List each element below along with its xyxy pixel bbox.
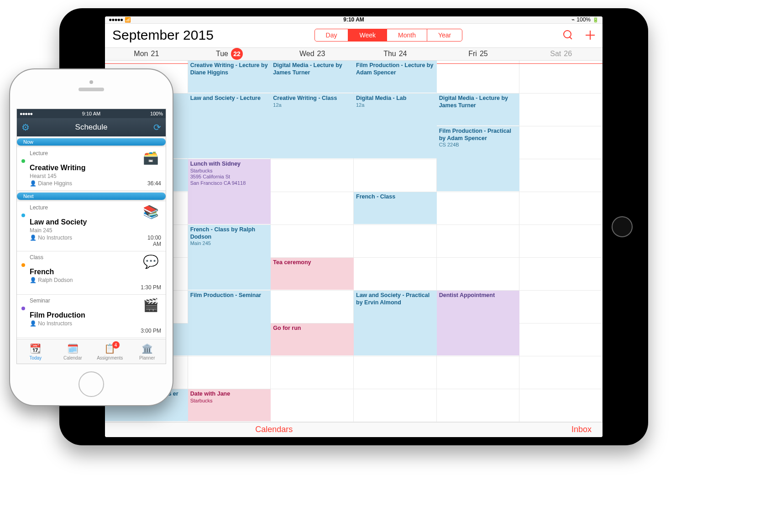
- inbox-button[interactable]: Inbox: [571, 425, 592, 434]
- week-grid[interactable]: Creative Writing - Lecture by Diane Higg…: [105, 61, 603, 422]
- calendar-event[interactable]: Creative Writing - Lecture by Diane Higg…: [188, 61, 271, 93]
- color-dot: [21, 159, 25, 163]
- ipad-status-bar: ●●●●● 9:10 AM ⌁ 100%: [105, 16, 603, 24]
- tab-planner[interactable]: 🏛️ Planner: [129, 339, 166, 364]
- item-time: 3:00 PM: [140, 328, 161, 334]
- event-subtitle: 12a: [356, 102, 435, 109]
- calendar-event[interactable]: Dentist Appointment: [437, 291, 520, 355]
- item-instructor: 👤 Ralph Dodson: [30, 277, 137, 283]
- signal-icon: ●●●●●: [20, 111, 82, 116]
- event-title: Law and Society - Lecture: [190, 95, 269, 102]
- dow-wed[interactable]: Wed 23: [271, 48, 354, 60]
- event-title: Film Production - Seminar: [190, 292, 269, 299]
- color-dot: [21, 214, 25, 217]
- event-title: Digital Media - Lecture by James Turner: [439, 95, 518, 109]
- event-title: Lunch with Sidney: [190, 161, 269, 168]
- ipad-screen: ●●●●● 9:10 AM ⌁ 100% September 2015 Day …: [105, 16, 603, 437]
- item-title: Creative Writing: [30, 164, 137, 172]
- calendar-event[interactable]: Law and Society - Lecture: [188, 94, 271, 158]
- tab-today[interactable]: 📆 Today: [17, 339, 54, 364]
- tab-calendar[interactable]: 🗓️ Calendar: [54, 339, 92, 364]
- calendar-event[interactable]: French - Class by Ralph DodsonMain 245: [188, 225, 271, 290]
- seg-week[interactable]: Week: [348, 29, 387, 41]
- item-instructor: 👤 Diane Higgins: [30, 180, 137, 187]
- schedule-item[interactable]: Seminar🎬Film Production👤 No Instructors3…: [17, 295, 166, 338]
- calendar-event[interactable]: Film Production - Practical by Adam Spen…: [437, 126, 520, 191]
- year-value: 2015: [183, 27, 214, 42]
- signal-icon: ●●●●●: [109, 16, 123, 23]
- item-title: Law and Society: [30, 218, 137, 226]
- iphone-screen: ●●●●● 9:10 AM 100% ⚙ Schedule ⟳ Now Lect…: [16, 109, 166, 364]
- event-subtitle: Main 245: [190, 240, 269, 247]
- wifi-icon: [125, 16, 131, 23]
- calendar-event[interactable]: Date with JaneStarbucks: [188, 389, 271, 421]
- item-type: Class: [30, 254, 137, 267]
- calendars-button[interactable]: Calendars: [255, 425, 293, 434]
- view-segmented-control[interactable]: Day Week Month Year: [314, 29, 463, 42]
- search-icon[interactable]: [563, 30, 573, 40]
- item-icon: 🎬: [140, 297, 161, 327]
- ipad-home-button[interactable]: [612, 216, 633, 237]
- calendar-event[interactable]: Film Production - Seminar: [188, 291, 271, 355]
- schedule-item[interactable]: Lecture🗃️Creative WritingHearst 145👤 Dia…: [17, 147, 166, 191]
- color-dot: [21, 263, 25, 267]
- now-badge: Now: [17, 138, 166, 146]
- month-name: September: [112, 27, 179, 42]
- add-event-icon[interactable]: [585, 30, 595, 40]
- dow-fri[interactable]: Fri 25: [437, 48, 520, 60]
- status-time: 9:10 AM: [82, 111, 100, 116]
- calendar-event[interactable]: Law and Society - Practical by Ervin Alm…: [354, 291, 437, 355]
- event-title: Creative Writing - Class: [273, 95, 351, 102]
- settings-icon[interactable]: ⚙: [21, 122, 30, 133]
- item-title: Film Production: [30, 311, 137, 319]
- calendar-event[interactable]: Film Production - Lecture by Adam Spence…: [354, 61, 437, 93]
- item-icon: 💬: [140, 254, 161, 283]
- calendar-event[interactable]: French - Class: [354, 192, 437, 224]
- event-title: Digital Media - Lab: [356, 95, 435, 102]
- iphone-camera-dot: [89, 80, 93, 84]
- tab-assignments[interactable]: 📋 4 Assignments: [91, 339, 129, 364]
- iphone-device: ●●●●● 9:10 AM 100% ⚙ Schedule ⟳ Now Lect…: [9, 68, 173, 406]
- calendar-event[interactable]: Digital Media - Lab12a: [354, 94, 437, 158]
- schedule-item[interactable]: Lecture📚Law and SocietyMain 245👤 No Inst…: [17, 202, 166, 251]
- event-title: Date with Jane: [190, 391, 269, 398]
- month-label: September 2015: [112, 27, 214, 43]
- dow-mon[interactable]: Mon 21: [105, 48, 188, 60]
- seg-year[interactable]: Year: [427, 29, 462, 41]
- dow-thu[interactable]: Thu 24: [354, 48, 437, 60]
- battery-pct: 100%: [100, 111, 163, 116]
- iphone-tabbar: 📆 Today 🗓️ Calendar 📋 4 Assignments 🏛️ P…: [17, 339, 166, 364]
- item-time: 1:30 PM: [140, 284, 161, 291]
- item-time: 36:44: [140, 180, 161, 187]
- planner-icon: 🏛️: [141, 343, 153, 355]
- item-room: Hearst 145: [30, 173, 137, 179]
- calendar-event[interactable]: Digital Media - Lecture by James Turner: [437, 94, 520, 125]
- bluetooth-icon: ⌁: [571, 16, 575, 23]
- refresh-icon[interactable]: ⟳: [153, 122, 161, 133]
- calendar-event[interactable]: Digital Media - Lecture by James Turner: [271, 61, 354, 93]
- item-type: Seminar: [30, 297, 137, 310]
- item-instructor: 👤 No Instructors: [30, 320, 137, 327]
- event-title: Dentist Appointment: [439, 292, 518, 299]
- schedule-list[interactable]: Now Lecture🗃️Creative WritingHearst 145👤…: [17, 136, 166, 339]
- calendar-event[interactable]: Tea ceremony: [271, 258, 354, 290]
- schedule-item[interactable]: Class💬French👤 Ralph Dodson1:30 PM: [17, 251, 166, 295]
- event-subtitle: Starbucks: [190, 398, 269, 404]
- item-type: Lecture: [30, 150, 137, 163]
- iphone-status-bar: ●●●●● 9:10 AM 100%: [17, 109, 166, 118]
- seg-month[interactable]: Month: [387, 29, 427, 41]
- calendar-event[interactable]: Lunch with SidneyStarbucks 3595 Californ…: [188, 159, 271, 224]
- dow-sat[interactable]: Sat 26: [519, 48, 603, 60]
- item-icon: 🗃️: [140, 150, 161, 179]
- ipad-toolbar: Calendars Inbox: [105, 422, 603, 437]
- event-subtitle: Starbucks 3595 California St San Francis…: [190, 168, 269, 187]
- iphone-home-button[interactable]: [79, 371, 104, 397]
- day-of-week-row: Mon 21 Tue 22 Wed 23 Thu 24 Fri 25 Sat 2…: [105, 47, 603, 61]
- seg-day[interactable]: Day: [315, 29, 348, 41]
- status-time: 9:10 AM: [343, 16, 364, 23]
- calendar-event[interactable]: Go for run: [271, 323, 354, 355]
- dow-tue[interactable]: Tue 22: [188, 48, 271, 60]
- calendar-event[interactable]: Creative Writing - Class12a: [271, 94, 354, 158]
- event-subtitle: CS 224B: [439, 142, 518, 148]
- battery-pct: 100%: [576, 16, 591, 23]
